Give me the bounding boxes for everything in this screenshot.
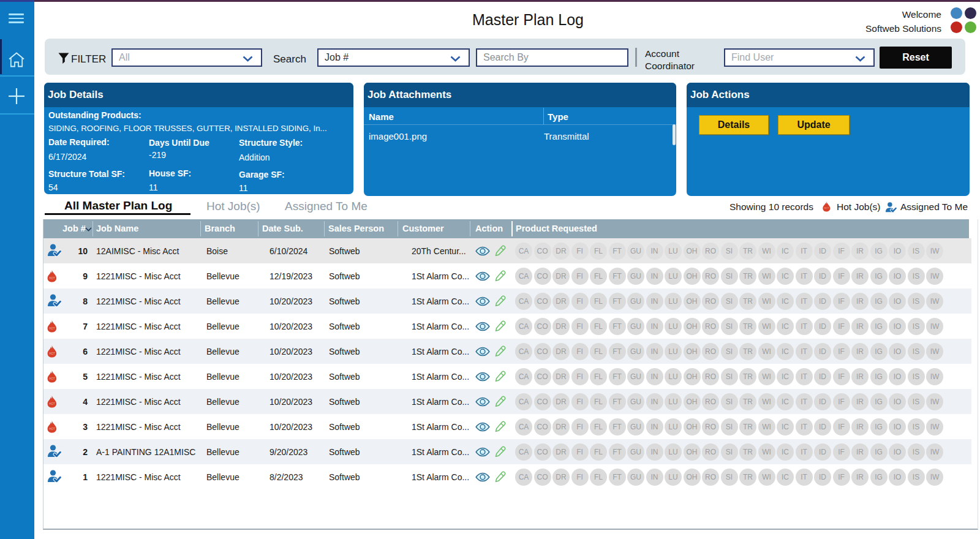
svg-text:HOT: HOT [49,352,55,355]
svg-text:HOT: HOT [824,208,829,210]
svg-text:HOT: HOT [49,327,55,330]
svg-text:HOT: HOT [49,277,55,280]
svg-text:HOT: HOT [49,402,55,405]
svg-text:HOT: HOT [49,377,55,380]
svg-text:HOT: HOT [49,428,55,431]
